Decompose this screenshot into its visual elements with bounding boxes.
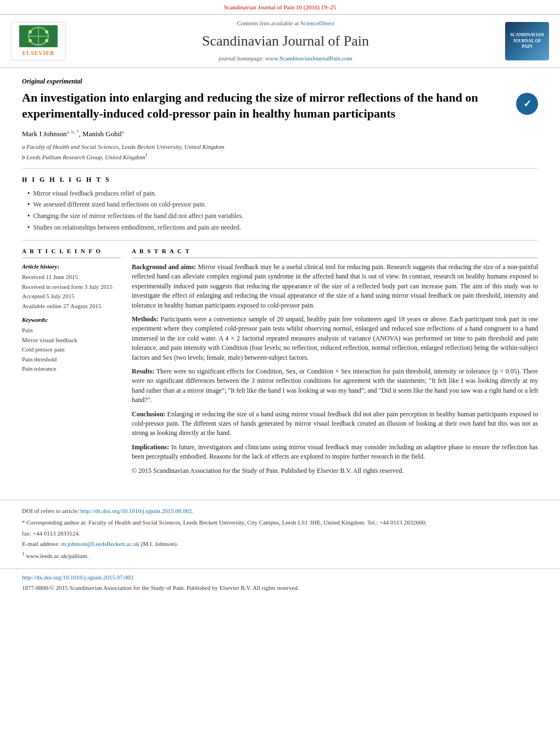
journal-citation-bar: Scandinavian Journal of Pain 10 (2016) 1… (0, 0, 560, 15)
highlights-list: Mirror visual feedback produces relief o… (22, 189, 538, 232)
elsevier-text: ELSEVIER (23, 49, 55, 57)
journal-logo-right: SCANDINAVIANJOURNAL OFPAIN (505, 22, 549, 60)
sciencedirect-link[interactable]: ScienceDirect (300, 20, 334, 26)
available-date: Available online 27 August 2015 (22, 302, 121, 310)
implications-text: In future, investigators and clinicians … (132, 443, 538, 460)
keywords-label: Keywords: (22, 316, 121, 324)
highlight-item: Studies on relationships between embodim… (27, 223, 538, 232)
keyword-item: Mirror visual feedback (22, 336, 121, 344)
doi-link[interactable]: http://dx.doi.org/10.1016/j.sjpain.2015.… (81, 507, 194, 514)
elsevier-graphic (19, 25, 58, 47)
bottom-doi: http://dx.doi.org/10.1016/j.sjpain.2015.… (22, 573, 538, 582)
fax-text: fax: +44 0113 2833124. (22, 530, 80, 537)
author2-sup: a (122, 129, 124, 135)
article-info-column: A R T I C L E I N F O Article history: R… (22, 247, 121, 480)
divider1 (22, 168, 538, 169)
right-logo-text: SCANDINAVIANJOURNAL OFPAIN (510, 32, 544, 49)
abstract-heading: A B S T R A C T (132, 247, 538, 258)
article-type: Original experimental (22, 77, 538, 86)
affiliations: a Faculty of Health and Social Sciences,… (22, 142, 538, 161)
methods-text: Participants were a convenience sample o… (132, 315, 538, 361)
keyword-item: Pain tolerance (22, 365, 121, 373)
bottom-copyright: 1877-8860/© 2015 Scandinavian Associatio… (22, 584, 538, 592)
author2-name: , Manish Gohil (79, 130, 122, 138)
abstract-results: Results: There were no significant effec… (132, 367, 538, 405)
footnote1-text: www.leeds.ac.uk/pallium. (25, 553, 89, 559)
results-label: Results: (132, 367, 154, 375)
abstract-conclusion: Conclusion: Enlarging or reducing the si… (132, 410, 538, 438)
revised-date: Received in revised form 3 July 2015 (22, 283, 121, 291)
highlights-heading: H I G H L I G H T S (22, 175, 538, 185)
footer-fax: fax: +44 0113 2833124. (22, 529, 538, 538)
homepage-line: journal homepage: www.ScandinavianJourna… (77, 54, 494, 63)
accepted-date: Accepted 5 July 2015 (22, 292, 121, 300)
abstract-implications: Implications: In future, investigators a… (132, 443, 538, 462)
footer-footnote1: 1 www.leeds.ac.uk/pallium. (22, 550, 538, 560)
article-info-heading: A R T I C L E I N F O (22, 247, 121, 258)
journal-title: Scandinavian Journal of Pain (77, 31, 494, 51)
divider2 (22, 240, 538, 241)
keywords-section: Keywords: Pain Mirror visual feedback Co… (22, 316, 121, 373)
methods-label: Methods: (132, 315, 159, 323)
background-label: Background and aims: (132, 263, 196, 271)
author1-name: Mark I Johnson (22, 130, 67, 138)
highlights-section: H I G H L I G H T S Mirror visual feedba… (22, 175, 538, 232)
svg-point-7 (45, 39, 48, 42)
affiliation1: a Faculty of Health and Social Sciences,… (22, 142, 538, 152)
homepage-link[interactable]: www.ScandinavianJournalPain.com (265, 55, 352, 62)
results-text: There were no significant effects for Co… (132, 367, 538, 404)
author1-sup: a, b, * (67, 129, 79, 135)
footer-doi: DOI of refers to article: http://dx.doi.… (22, 507, 538, 515)
doi-label: DOI of refers to article: (22, 507, 81, 514)
keyword-item: Cold pressor pain (22, 345, 121, 354)
bottom-links: http://dx.doi.org/10.1016/j.sjpain.2015.… (0, 568, 560, 595)
footer-corresponding: * Corresponding author at: Faculty of He… (22, 518, 538, 527)
authors-line: Mark I Johnsona, b, *, Manish Gohila (22, 129, 538, 140)
article-title: An investigation into enlarging and redu… (22, 90, 511, 121)
bottom-doi-link[interactable]: http://dx.doi.org/10.1016/j.sjpain.2015.… (22, 574, 133, 581)
footer-section: DOI of refers to article: http://dx.doi.… (0, 500, 560, 568)
conclusion-label: Conclusion: (132, 410, 165, 418)
sciencedirect-line: Contents lists available at ScienceDirec… (77, 19, 494, 27)
abstract-column: A B S T R A C T Background and aims: Mir… (132, 247, 538, 480)
affiliation2: b Leeds Pallium Research Group, United K… (22, 152, 538, 161)
highlight-item: Mirror visual feedback produces relief o… (27, 189, 538, 198)
svg-point-4 (29, 30, 32, 34)
svg-point-6 (29, 39, 32, 42)
crossmark-badge: ✓ (516, 93, 538, 115)
footer-email: E-mail address: m.johnson@LeedsBeckett.a… (22, 540, 538, 548)
highlight-item: We assessed different sized hand reflect… (27, 200, 538, 209)
keyword-item: Pain threshold (22, 355, 121, 364)
top-banner: ELSEVIER Contents lists available at Sci… (0, 15, 560, 68)
main-content: Original experimental An investigation i… (0, 68, 560, 500)
abstract-copyright: © 2015 Scandinavian Association for the … (132, 466, 538, 476)
keyword-item: Pain (22, 326, 121, 334)
elsevier-logo: ELSEVIER (11, 22, 66, 60)
svg-point-5 (45, 30, 48, 34)
history-label: Article history: (22, 263, 121, 271)
abstract-background: Background and aims: Mirror visual feedb… (132, 263, 538, 310)
banner-center: Contents lists available at ScienceDirec… (66, 19, 505, 63)
implications-label: Implications: (132, 443, 169, 451)
email-link[interactable]: m.johnson@LeedsBeckett.ac.uk (61, 540, 139, 547)
email-label: E-mail address: (22, 540, 61, 547)
conclusion-text: Enlarging or reducing the size of a hand… (132, 410, 538, 437)
email-suffix: (M.I. Johnson). (139, 540, 178, 547)
received-date: Received 11 June 2015 (22, 273, 121, 281)
highlight-item: Changing the size of mirror reflections … (27, 211, 538, 221)
article-history: Article history: Received 11 June 2015 R… (22, 263, 121, 310)
crossmark-icon: ✓ (523, 97, 531, 111)
journal-citation: Scandinavian Journal of Pain 10 (2016) 1… (224, 4, 337, 10)
copyright-text: © 2015 Scandinavian Association for the … (132, 467, 404, 475)
abstract-methods: Methods: Participants were a convenience… (132, 315, 538, 362)
two-column-section: A R T I C L E I N F O Article history: R… (22, 247, 538, 480)
corresponding-text: * Corresponding author at: Faculty of He… (22, 519, 427, 526)
article-title-row: An investigation into enlarging and redu… (22, 90, 538, 121)
